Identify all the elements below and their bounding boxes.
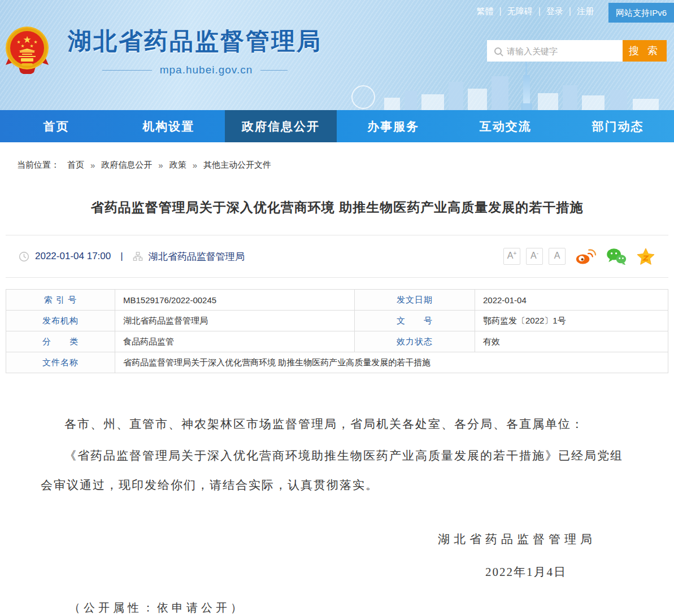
- topbar-separator: |: [538, 0, 541, 23]
- clock-icon: [19, 251, 29, 262]
- publisher-value: 湖北省药品监督管理局: [115, 311, 355, 331]
- search-box: [487, 40, 623, 62]
- weibo-icon[interactable]: [576, 248, 596, 265]
- article-paragraph: 《省药品监督管理局关于深入优化营商环境助推生物医药产业高质量发展的若干措施》已经…: [41, 441, 633, 500]
- svg-text:★: ★: [33, 40, 37, 45]
- nav-item-home[interactable]: 首页: [0, 110, 112, 142]
- article-meta: 2022-01-04 17:00 | 湖北省药品监督管理局: [19, 250, 245, 263]
- issue-date-label: 发文日期: [355, 290, 475, 311]
- breadcrumb-other-docs[interactable]: 其他主动公开文件: [203, 160, 271, 171]
- breadcrumb-separator: »: [193, 160, 197, 170]
- topbar-link-traditional[interactable]: 繁體: [477, 0, 494, 23]
- ipv6-badge[interactable]: 网站支持IPv6: [608, 3, 674, 23]
- search-icon: [494, 47, 502, 55]
- doc-number-value: 鄂药监发〔2022〕1号: [475, 311, 668, 331]
- breadcrumb-home[interactable]: 首页: [67, 160, 84, 171]
- main-nav: 首页 机构设置 政府信息公开 办事服务 互动交流 部门动态: [0, 110, 674, 142]
- divider: [6, 277, 668, 278]
- topbar-link-login[interactable]: 登录: [546, 0, 563, 23]
- breadcrumb-policy[interactable]: 政策: [169, 160, 186, 171]
- article-paragraph: 各市、州、直管市、神农架林区市场监督管理局，省局机关各处室、各分局、各直属单位：: [41, 409, 633, 439]
- breadcrumb-label: 当前位置：: [17, 160, 59, 171]
- topbar: 繁體 | 无障碍 | 登录 | 注册 网站支持IPv6: [471, 0, 674, 23]
- category-value: 食品药品监管: [115, 331, 355, 352]
- signature-date: 2022年1月4日: [6, 564, 567, 580]
- breadcrumb-separator: »: [90, 160, 95, 170]
- search-input[interactable]: [507, 46, 623, 56]
- url-dash-right: [260, 70, 288, 71]
- site-brand: ★ ★ ★ ★ ★ 湖北省药品监督管理局 mpa.hubei.go: [5, 25, 322, 76]
- nav-item-organization[interactable]: 机构设置: [112, 110, 225, 142]
- wechat-icon[interactable]: [606, 248, 627, 265]
- url-dash-left: [102, 70, 152, 71]
- index-number-label: 索 引 号: [6, 290, 115, 311]
- publish-datetime: 2022-01-04 17:00: [35, 251, 111, 262]
- tv-tower-graphic: [523, 75, 530, 110]
- article-meta-row: 2022-01-04 17:00 | 湖北省药品监督管理局 A+ A-: [6, 235, 668, 277]
- nav-item-department-news[interactable]: 部门动态: [562, 110, 674, 142]
- publisher-label: 发布机构: [6, 311, 115, 331]
- font-reset-button[interactable]: A: [549, 248, 566, 265]
- nav-item-interaction[interactable]: 互动交流: [449, 110, 562, 142]
- site-title: 湖北省药品监督管理局: [68, 25, 322, 57]
- document-info-table: 索 引 号 MB1529176/2022-00245 发文日期 2022-01-…: [6, 289, 668, 373]
- page: 繁體 | 无障碍 | 登录 | 注册 网站支持IPv6 ★ ★ ★: [0, 0, 674, 616]
- ferris-wheel-graphic: [351, 85, 375, 109]
- validity-status-value: 有效: [475, 331, 668, 352]
- site-url-row: mpa.hubei.gov.cn: [68, 64, 322, 76]
- topbar-separator: |: [499, 0, 502, 23]
- topbar-link-accessibility[interactable]: 无障碍: [507, 0, 533, 23]
- qzone-icon[interactable]: [637, 248, 655, 265]
- index-number-value: MB1529176/2022-00245: [115, 290, 355, 311]
- national-emblem-logo: ★ ★ ★ ★ ★: [5, 25, 50, 74]
- city-skyline-graphic: [305, 59, 674, 110]
- issue-date-value: 2022-01-04: [475, 290, 668, 311]
- search-button[interactable]: 搜 索: [623, 40, 667, 62]
- article-source: 湖北省药品监督管理局: [149, 250, 245, 263]
- disclosure-attribute-line: （公开属性：依申请公开）: [69, 600, 668, 615]
- nav-item-gov-info[interactable]: 政府信息公开: [225, 110, 337, 142]
- doc-number-label: 文 号: [355, 311, 475, 331]
- signature-organization: 湖北省药品监督管理局: [6, 531, 596, 547]
- organization-icon: [133, 251, 143, 261]
- article-main: 省药品监督管理局关于深入优化营商环境 助推生物医药产业高质量发展的若干措施 20…: [6, 199, 668, 615]
- page-title: 省药品监督管理局关于深入优化营商环境 助推生物医药产业高质量发展的若干措施: [34, 199, 640, 216]
- article-body: 各市、州、直管市、神农架林区市场监督管理局，省局机关各处室、各分局、各直属单位：…: [6, 409, 668, 615]
- svg-text:★: ★: [20, 43, 24, 49]
- nav-item-services[interactable]: 办事服务: [337, 110, 449, 142]
- meta-separator: |: [120, 251, 123, 262]
- breadcrumb-gov-info[interactable]: 政府信息公开: [101, 160, 152, 171]
- breadcrumb-separator: »: [158, 160, 163, 170]
- font-decrease-button[interactable]: A-: [526, 248, 543, 265]
- site-url: mpa.hubei.gov.cn: [160, 64, 253, 76]
- font-increase-button[interactable]: A+: [503, 248, 520, 265]
- validity-status-label: 效力状态: [355, 331, 475, 352]
- breadcrumb: 当前位置： 首页 » 政府信息公开 » 政策 » 其他主动公开文件: [0, 142, 674, 171]
- file-name-label: 文件名称: [6, 352, 115, 373]
- file-name-value: 省药品监督管理局关于深入优化营商环境 助推生物医药产业高质量发展的若干措施: [115, 352, 668, 373]
- topbar-separator: |: [569, 0, 571, 23]
- topbar-link-register[interactable]: 注册: [577, 0, 594, 23]
- search-bar: 搜 索: [487, 40, 667, 62]
- article-tools: A+ A- A: [498, 248, 655, 265]
- category-label: 分 类: [6, 331, 115, 352]
- site-header: 繁體 | 无障碍 | 登录 | 注册 网站支持IPv6 ★ ★ ★: [0, 0, 674, 110]
